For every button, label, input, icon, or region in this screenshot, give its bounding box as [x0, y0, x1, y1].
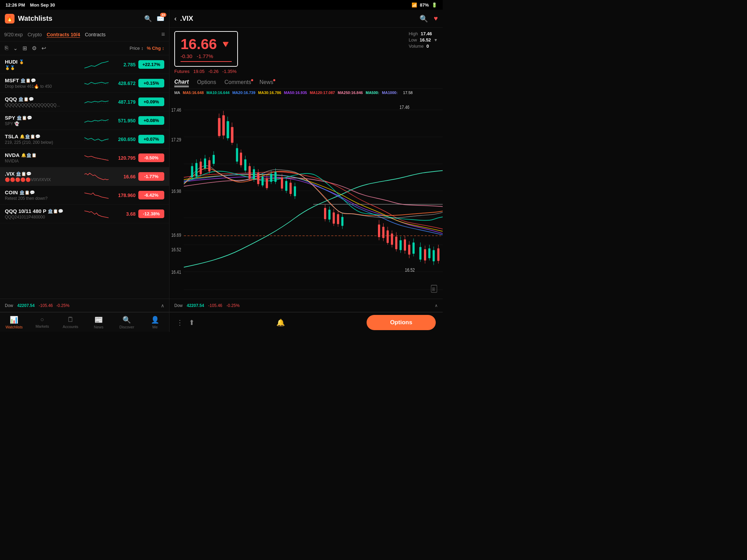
stock-item-coin[interactable]: COIN 🏦📋💬 Retest 205 then down? 178.960 -… [0, 186, 169, 205]
change-sort-button[interactable]: % Chg ↕ [147, 46, 164, 51]
svg-text:16.52: 16.52 [171, 247, 181, 253]
futures-bar: Futures 19.05 -0.26 -1.35% [169, 67, 443, 76]
stock-subtitle: 🥇🥇 [5, 65, 82, 70]
news-dot [273, 79, 275, 81]
watchlists-icon: 📊 [10, 316, 18, 324]
price-chart: 17.46 17.29 16.98 16.69 16.41 16.52 17.4… [169, 96, 443, 299]
stock-info-coin: COIN 🏦📋💬 Retest 205 then down? [5, 189, 82, 201]
nav-me-label: Me [153, 325, 158, 329]
futures-price: 19.05 [193, 69, 205, 74]
tab-comments[interactable]: Comments [224, 79, 251, 87]
tab-bar: 9/20:exp Crypto Contracts 10/4 Contracts… [0, 28, 169, 41]
svg-text:17.46: 17.46 [399, 104, 409, 110]
grid-icon[interactable]: ⊞ [22, 45, 27, 52]
ma30: MA30:16.786 [258, 91, 281, 95]
stock-list: HUDI 🏅 🥇🥇 2.785 +22.17% MSFT 🏦📋💬 [0, 55, 169, 299]
left-panel: 🔥 Watchlists 🔍 ✉️ 33 9/20:exp Crypto Con… [0, 10, 169, 312]
change-badge: -12.38% [138, 209, 164, 218]
price-change: -0.30 -1.77% [181, 53, 232, 59]
tab-news[interactable]: News [259, 79, 273, 87]
change-badge: +0.08% [138, 116, 164, 125]
svg-rect-34 [231, 127, 233, 143]
svg-text:16.41: 16.41 [171, 269, 181, 275]
expand-ticker-button[interactable]: ∧ [161, 303, 164, 308]
bottom-ticker-left: Dow 42207.54 -105.46 -0.25% ∧ [0, 299, 169, 312]
stock-price: 120.795 [111, 155, 136, 161]
expand-icon[interactable]: ∧ [435, 303, 438, 308]
nav-discover[interactable]: 🔍 Discover [113, 312, 141, 332]
chart-area[interactable]: 17.46 17.29 16.98 16.69 16.41 16.52 17.4… [169, 96, 443, 299]
price-direction-icon: 🔻 [220, 39, 232, 50]
toolbar-right: Price ↕ % Chg ↕ [130, 46, 164, 51]
undo-icon[interactable]: ↩ [42, 45, 46, 52]
down-icon[interactable]: ⌄ [13, 45, 18, 52]
stock-item-hudi[interactable]: HUDI 🏅 🥇🥇 2.785 +22.17% [0, 55, 169, 74]
futures-change: -0.26 [208, 69, 219, 74]
stock-price: 3.68 [111, 211, 136, 217]
tab-exp[interactable]: 9/20:exp [4, 32, 23, 37]
stock-item-qqq-put[interactable]: QQQ 10/11 480 P 🏦📋💬 QQQ241011P480000 3.6… [0, 205, 169, 223]
notifications-button[interactable]: ✉️ 33 [157, 15, 164, 22]
stock-item-msft[interactable]: MSFT 🏦📋💬 Drop below 461🔥 to 450 428.672 … [0, 74, 169, 93]
options-button[interactable]: Options [367, 315, 436, 330]
change-badge: +22.17% [138, 60, 164, 69]
bottom-nav-container: 📊 Watchlists ○ Markets 🗒 Accounts 📰 News… [0, 312, 443, 332]
favorite-button[interactable]: ♥ [434, 15, 438, 23]
search-button-right[interactable]: 🔍 [419, 15, 428, 23]
comments-dot [251, 79, 253, 81]
tab-contracts[interactable]: Contracts 10/4 [47, 32, 80, 37]
tab-contracts-plain[interactable]: Contracts [85, 32, 105, 37]
stock-symbol: NVDA [5, 152, 20, 158]
mini-chart-msft [84, 78, 109, 88]
high-value: 17.46 [421, 31, 432, 36]
mini-chart-qqq-put [84, 209, 109, 219]
sort-label[interactable]: Price ↕ [130, 46, 144, 51]
stock-info-tsla: TSLA 🔔🏦📋💬 219, 225 (210, 200 below) [5, 133, 82, 145]
nav-watchlists[interactable]: 📊 Watchlists [0, 312, 28, 332]
stock-item-spy[interactable]: SPY 🏦📋💬 SPY 👻 571.950 +0.08% [0, 111, 169, 130]
stock-item-nvda[interactable]: NVDA 🔔🏦📋 NVIDIA 120.795 -0.50% [0, 149, 169, 167]
ma500: MA500: [366, 91, 379, 95]
volume-value: 0 [426, 44, 429, 49]
tab-options[interactable]: Options [197, 79, 216, 87]
markets-icon: ○ [40, 316, 44, 323]
right-panel: ‹ .VIX 🔍 ♥ 16.66 🔻 -0.30 -1.77% [169, 10, 443, 312]
discover-icon: 🔍 [122, 316, 131, 324]
stock-subtitle: QQQ241011P480000 [5, 215, 82, 220]
nav-accounts[interactable]: 🗒 Accounts [56, 312, 85, 332]
nav-markets[interactable]: ○ Markets [28, 312, 57, 332]
news-icon: 📰 [94, 316, 103, 324]
stock-item-vix[interactable]: .VIX 🏦📋💬 🔴🔴🔴🔴🔴VIXVIXVIX 16.66 -1.77% [0, 167, 169, 186]
stock-item-tsla[interactable]: TSLA 🔔🏦📋💬 219, 225 (210, 200 below) 260.… [0, 130, 169, 149]
settings-icon[interactable]: ⚙ [32, 45, 37, 52]
header-icons: 🔍 ✉️ 33 [144, 15, 164, 22]
price-section: 16.66 🔻 -0.30 -1.77% High 17.46 Low 16.5 [169, 28, 443, 67]
stock-info-qqq-put: QQQ 10/11 480 P 🏦📋💬 QQQ241011P480000 [5, 208, 82, 220]
high-row: High 17.46 [409, 31, 438, 36]
stock-info-vix: .VIX 🏦📋💬 🔴🔴🔴🔴🔴VIXVIXVIX [5, 171, 82, 182]
search-button[interactable]: 🔍 [144, 15, 152, 22]
share-icon[interactable]: ⬆ [189, 318, 195, 327]
tab-chart[interactable]: Chart [174, 79, 189, 87]
mini-chart-hudi [84, 59, 109, 70]
tab-menu-button[interactable]: ≡ [161, 31, 165, 38]
futures-pct: -1.35% [222, 69, 237, 74]
svg-text:⊞: ⊞ [432, 286, 435, 292]
more-options-icon[interactable]: ⋮ [176, 318, 183, 327]
nav-news[interactable]: 📰 News [85, 312, 113, 332]
copy-icon[interactable]: ⎘ [5, 45, 8, 52]
tab-crypto[interactable]: Crypto [28, 32, 42, 37]
right-bottom-nav: ⋮ ⬆ 🔔 Options [169, 312, 443, 332]
stock-item-qqq[interactable]: QQQ 🏦📋💬 QQQQQQQQQQQQQQQQ... 487.179 +0.0… [0, 93, 169, 111]
back-button[interactable]: ‹ [174, 15, 177, 22]
stock-info-spy: SPY 🏦📋💬 SPY 👻 [5, 115, 82, 126]
svg-text:16.52: 16.52 [405, 267, 415, 273]
stock-symbol: QQQ 10/11 480 P [5, 208, 46, 214]
nav-me[interactable]: 👤 Me [141, 312, 169, 332]
bell-icon[interactable]: 🔔 [276, 318, 285, 327]
dow-change: -105.46 [208, 303, 222, 308]
change-badge: -0.50% [138, 153, 164, 162]
me-icon: 👤 [151, 316, 159, 324]
right-header-icons: 🔍 ♥ [419, 15, 438, 23]
ticker-label: Dow [5, 303, 13, 308]
